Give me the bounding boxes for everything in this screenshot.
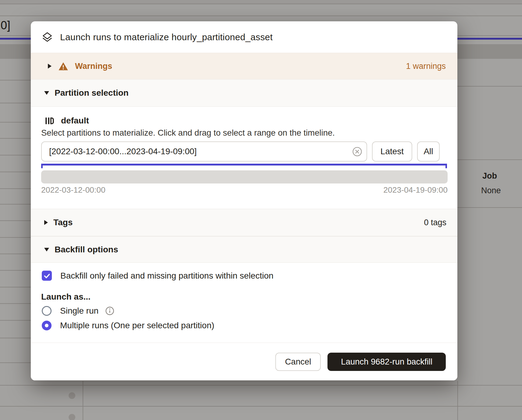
single-run-radio[interactable]	[42, 306, 52, 316]
launch-as-label: Launch as...	[41, 292, 91, 302]
timeline-bar[interactable]	[41, 170, 448, 183]
dialog-title: Launch runs to materialize hourly_partit…	[60, 32, 273, 42]
screen: 0] Job None	[0, 0, 522, 420]
backfill-checkbox-label: Backfill only failed and missing partiti…	[60, 271, 274, 281]
caret-right-icon	[48, 64, 52, 69]
warnings-label: Warnings	[75, 62, 112, 71]
cancel-button[interactable]: Cancel	[275, 353, 321, 371]
backfill-checkbox-row: Backfill only failed and missing partiti…	[42, 271, 274, 281]
all-button[interactable]: All	[417, 141, 440, 162]
timeline-selection-bracket[interactable]	[41, 164, 447, 168]
single-run-option-row: Single run	[42, 306, 114, 316]
dialog-titlebar: Launch runs to materialize hourly_partit…	[31, 21, 457, 53]
clear-input-icon[interactable]	[352, 147, 362, 157]
caret-down-icon	[44, 91, 49, 95]
timeline-labels: 2022-03-12-00:00 2023-04-19-09:00	[41, 185, 448, 195]
latest-button[interactable]: Latest	[372, 141, 412, 162]
partition-range-input[interactable]	[41, 141, 367, 162]
partition-section-label: Partition selection	[55, 88, 129, 98]
partition-description: Select partitions to materialize. Click …	[41, 128, 335, 138]
launch-backfill-button[interactable]: Launch 9682-run backfill	[327, 353, 446, 371]
multiple-runs-radio[interactable]	[42, 321, 52, 330]
dimension-row: default	[45, 116, 89, 126]
caret-down-icon	[44, 248, 49, 251]
partition-section-header[interactable]: Partition selection	[31, 79, 457, 107]
partition-input-wrap	[41, 141, 367, 162]
tags-section-header[interactable]: Tags 0 tags	[31, 209, 457, 236]
partition-section-body: default Select partitions to materialize…	[31, 107, 457, 209]
caret-right-icon	[44, 220, 48, 225]
range-end-label: 2023-04-19-09:00	[383, 185, 448, 195]
dimension-name: default	[61, 116, 89, 126]
tags-section-label: Tags	[53, 218, 73, 227]
backfill-section-label: Backfill options	[55, 245, 118, 254]
warning-triangle-icon	[58, 62, 68, 71]
partition-set-icon	[45, 116, 54, 126]
multiple-runs-option-row: Multiple runs (One per selected partitio…	[42, 321, 214, 330]
range-start-label: 2022-03-12-00:00	[41, 185, 105, 195]
backfill-section-body: Backfill only failed and missing partiti…	[31, 263, 457, 343]
partition-input-row: Latest All	[41, 141, 440, 162]
warnings-count: 1 warnings	[406, 62, 446, 71]
circle-info-icon[interactable]	[105, 306, 114, 315]
backfill-section-header[interactable]: Backfill options	[31, 236, 457, 263]
single-run-label: Single run	[60, 306, 98, 316]
launch-backfill-dialog: Launch runs to materialize hourly_partit…	[31, 21, 457, 380]
multiple-runs-label: Multiple runs (One per selected partitio…	[60, 321, 214, 330]
tags-count: 0 tags	[424, 218, 446, 227]
materialize-layers-icon	[42, 32, 53, 43]
dialog-footer: Cancel Launch 9682-run backfill	[31, 343, 457, 380]
warnings-section-header[interactable]: Warnings 1 warnings	[31, 53, 457, 79]
backfill-only-failed-checkbox[interactable]	[42, 271, 52, 281]
